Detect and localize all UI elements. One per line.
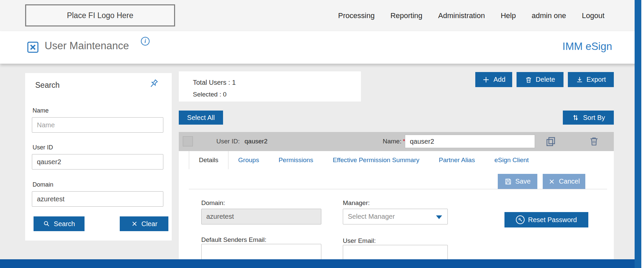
tab-details[interactable]: Details bbox=[189, 151, 228, 169]
search-button[interactable]: Search bbox=[34, 216, 85, 231]
delete-button[interactable]: Delete bbox=[517, 72, 564, 87]
user-row: User ID: qauser2 Name:* bbox=[179, 132, 614, 151]
sort-by-button[interactable]: Sort By bbox=[563, 111, 614, 125]
nav-logout[interactable]: Logout bbox=[582, 11, 604, 20]
name-label: Name bbox=[33, 107, 49, 114]
total-users-text: Total Users : 1 bbox=[193, 79, 236, 86]
user-detail-panel: Details Groups Permissions Effective Per… bbox=[179, 151, 614, 260]
save-icon bbox=[504, 178, 512, 185]
detail-tabs: Details Groups Permissions Effective Per… bbox=[189, 151, 538, 169]
scrollbar[interactable] bbox=[635, 0, 641, 268]
sort-icon bbox=[572, 114, 580, 122]
nav-administration[interactable]: Administration bbox=[438, 11, 485, 20]
clear-button[interactable]: Clear bbox=[120, 216, 168, 231]
close-icon bbox=[131, 220, 138, 227]
top-nav: Processing Reporting Administration Help… bbox=[338, 0, 604, 31]
download-icon bbox=[576, 76, 583, 83]
export-button[interactable]: Export bbox=[568, 72, 614, 87]
user-row-checkbox[interactable] bbox=[183, 136, 193, 146]
manager-label: Manager: bbox=[343, 199, 370, 207]
default-senders-email-input[interactable] bbox=[201, 244, 321, 260]
form-domain-label: Domain: bbox=[201, 199, 225, 207]
top-bar: Place FI Logo Here Processing Reporting … bbox=[0, 0, 644, 31]
search-panel-title: Search bbox=[35, 81, 60, 90]
nav-processing[interactable]: Processing bbox=[338, 11, 375, 20]
save-button[interactable]: Save bbox=[498, 174, 537, 189]
tab-effective-permission-summary[interactable]: Effective Permission Summary bbox=[323, 151, 429, 169]
selected-count-text: Selected : 0 bbox=[193, 91, 226, 98]
row-name-input[interactable] bbox=[405, 135, 535, 148]
tab-partner-alias[interactable]: Partner Alias bbox=[429, 151, 485, 169]
form-domain-input bbox=[201, 209, 321, 224]
info-icon[interactable]: i bbox=[141, 37, 150, 46]
row-user-id-label: User ID: bbox=[216, 138, 240, 145]
cancel-x-icon bbox=[548, 178, 555, 185]
domain-input[interactable] bbox=[32, 191, 163, 207]
row-trash-icon[interactable] bbox=[589, 136, 600, 147]
footer-bar bbox=[0, 259, 644, 268]
nav-reporting[interactable]: Reporting bbox=[390, 11, 422, 20]
fi-logo-text: Place FI Logo Here bbox=[67, 11, 133, 20]
trash-icon bbox=[525, 76, 532, 83]
divider bbox=[189, 189, 607, 189]
toolbar-actions: Add Delete Export bbox=[475, 72, 614, 87]
page-header: User Maintenance i IMM eSign bbox=[0, 31, 644, 64]
name-input[interactable] bbox=[32, 117, 163, 133]
key-icon bbox=[516, 215, 525, 224]
search-panel: Search Name User ID Domain Search bbox=[25, 73, 172, 241]
form-actions: Save Cancel bbox=[498, 174, 585, 189]
brand-text: IMM eSign bbox=[562, 41, 612, 53]
user-id-input[interactable] bbox=[32, 154, 163, 170]
chevron-down-icon bbox=[436, 215, 442, 219]
user-id-label: User ID bbox=[33, 144, 53, 151]
select-all-button[interactable]: Select All bbox=[179, 111, 223, 125]
add-button[interactable]: Add bbox=[475, 72, 512, 87]
search-icon bbox=[43, 220, 50, 227]
manager-select[interactable]: Select Manager bbox=[343, 209, 448, 224]
esign-app-icon bbox=[26, 41, 40, 54]
summary-box: Total Users : 1 Selected : 0 bbox=[179, 71, 361, 102]
cancel-button[interactable]: Cancel bbox=[543, 174, 585, 189]
pin-icon[interactable] bbox=[148, 78, 159, 89]
nav-help[interactable]: Help bbox=[501, 11, 516, 20]
plus-icon bbox=[482, 76, 490, 84]
tab-esign-client[interactable]: eSign Client bbox=[485, 151, 538, 169]
row-user-id-value: qauser2 bbox=[245, 138, 268, 145]
page-title: User Maintenance bbox=[45, 40, 129, 52]
row-name-label: Name:* bbox=[383, 138, 405, 145]
page: Place FI Logo Here Processing Reporting … bbox=[0, 0, 644, 268]
user-email-label: User Email: bbox=[343, 237, 376, 245]
right-gutter bbox=[635, 0, 644, 268]
user-email-input[interactable] bbox=[343, 245, 448, 260]
fi-logo-placeholder: Place FI Logo Here bbox=[25, 4, 175, 26]
tab-groups[interactable]: Groups bbox=[228, 151, 269, 169]
domain-label: Domain bbox=[33, 181, 53, 188]
default-senders-email-label: Default Senders Email: bbox=[201, 236, 266, 244]
copy-icon[interactable] bbox=[545, 136, 556, 147]
tab-permissions[interactable]: Permissions bbox=[269, 151, 323, 169]
nav-admin-user[interactable]: admin one bbox=[532, 11, 566, 20]
reset-password-button[interactable]: Reset Password bbox=[504, 212, 588, 227]
